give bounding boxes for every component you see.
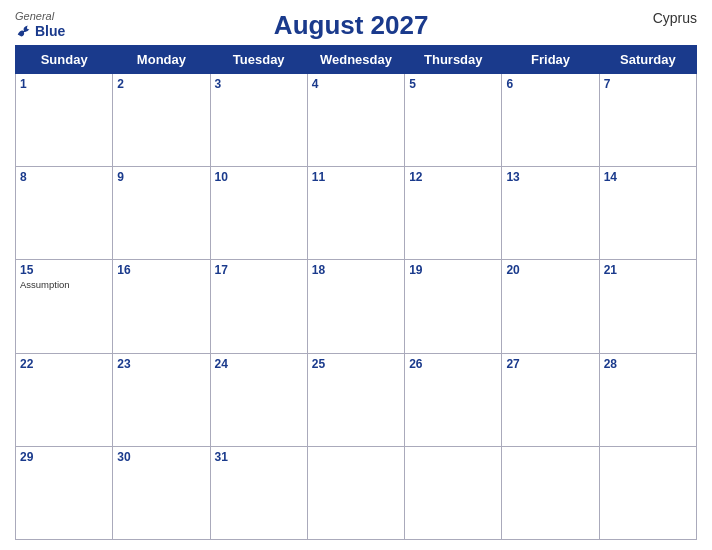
date-number: 19	[409, 263, 497, 277]
date-number: 13	[506, 170, 594, 184]
calendar-cell: 31	[210, 446, 307, 539]
weekday-header-tuesday: Tuesday	[210, 46, 307, 74]
date-number: 3	[215, 77, 303, 91]
calendar-cell	[599, 446, 696, 539]
date-number: 18	[312, 263, 400, 277]
calendar-cell: 14	[599, 167, 696, 260]
calendar-cell: 4	[307, 74, 404, 167]
calendar-week-row: 293031	[16, 446, 697, 539]
date-number: 21	[604, 263, 692, 277]
date-number: 28	[604, 357, 692, 371]
calendar-cell: 24	[210, 353, 307, 446]
calendar-cell: 10	[210, 167, 307, 260]
calendar-cell: 27	[502, 353, 599, 446]
calendar-cell: 21	[599, 260, 696, 353]
date-number: 8	[20, 170, 108, 184]
calendar-week-row: 22232425262728	[16, 353, 697, 446]
date-number: 16	[117, 263, 205, 277]
calendar-cell: 16	[113, 260, 210, 353]
date-number: 25	[312, 357, 400, 371]
calendar-cell: 2	[113, 74, 210, 167]
date-number: 4	[312, 77, 400, 91]
calendar-cell: 5	[405, 74, 502, 167]
calendar-cell: 30	[113, 446, 210, 539]
date-number: 27	[506, 357, 594, 371]
date-number: 1	[20, 77, 108, 91]
date-number: 30	[117, 450, 205, 464]
calendar-week-row: 15Assumption161718192021	[16, 260, 697, 353]
calendar-cell: 26	[405, 353, 502, 446]
date-number: 15	[20, 263, 108, 277]
weekday-header-row: SundayMondayTuesdayWednesdayThursdayFrid…	[16, 46, 697, 74]
holiday-label: Assumption	[20, 279, 108, 290]
calendar-cell: 29	[16, 446, 113, 539]
date-number: 20	[506, 263, 594, 277]
date-number: 2	[117, 77, 205, 91]
date-number: 14	[604, 170, 692, 184]
date-number: 6	[506, 77, 594, 91]
logo-blue-text: Blue	[15, 22, 65, 40]
date-number: 11	[312, 170, 400, 184]
date-number: 17	[215, 263, 303, 277]
date-number: 9	[117, 170, 205, 184]
calendar-cell: 3	[210, 74, 307, 167]
calendar-cell: 7	[599, 74, 696, 167]
weekday-header-thursday: Thursday	[405, 46, 502, 74]
calendar-cell: 17	[210, 260, 307, 353]
calendar-cell	[405, 446, 502, 539]
date-number: 24	[215, 357, 303, 371]
calendar-table: SundayMondayTuesdayWednesdayThursdayFrid…	[15, 45, 697, 540]
date-number: 10	[215, 170, 303, 184]
date-number: 31	[215, 450, 303, 464]
calendar-cell: 18	[307, 260, 404, 353]
date-number: 26	[409, 357, 497, 371]
calendar-header: General Blue August 2027 Cyprus	[15, 10, 697, 41]
calendar-cell: 13	[502, 167, 599, 260]
calendar-cell	[307, 446, 404, 539]
calendar-cell: 28	[599, 353, 696, 446]
weekday-header-friday: Friday	[502, 46, 599, 74]
date-number: 29	[20, 450, 108, 464]
weekday-header-monday: Monday	[113, 46, 210, 74]
calendar-cell: 22	[16, 353, 113, 446]
calendar-cell: 11	[307, 167, 404, 260]
weekday-header-saturday: Saturday	[599, 46, 696, 74]
calendar-cell: 15Assumption	[16, 260, 113, 353]
logo: General Blue	[15, 10, 65, 40]
weekday-header-sunday: Sunday	[16, 46, 113, 74]
logo-bird-icon	[15, 22, 33, 40]
calendar-cell: 1	[16, 74, 113, 167]
weekday-header-wednesday: Wednesday	[307, 46, 404, 74]
calendar-cell: 8	[16, 167, 113, 260]
calendar-cell: 6	[502, 74, 599, 167]
date-number: 22	[20, 357, 108, 371]
country-name: Cyprus	[637, 10, 697, 26]
logo-general-text: General	[15, 10, 54, 22]
date-number: 7	[604, 77, 692, 91]
calendar-cell: 12	[405, 167, 502, 260]
date-number: 5	[409, 77, 497, 91]
calendar-cell: 9	[113, 167, 210, 260]
calendar-cell	[502, 446, 599, 539]
calendar-cell: 23	[113, 353, 210, 446]
calendar-cell: 20	[502, 260, 599, 353]
calendar-cell: 19	[405, 260, 502, 353]
calendar-cell: 25	[307, 353, 404, 446]
calendar-week-row: 1234567	[16, 74, 697, 167]
calendar-title: August 2027	[65, 10, 637, 41]
date-number: 12	[409, 170, 497, 184]
calendar-week-row: 891011121314	[16, 167, 697, 260]
date-number: 23	[117, 357, 205, 371]
